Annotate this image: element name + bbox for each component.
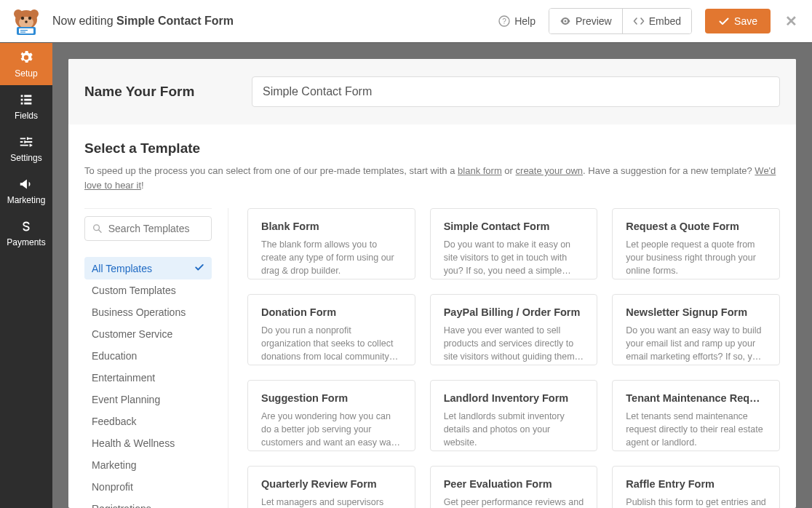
nav-label-settings: Settings [10,153,41,163]
desc-mid: . Have a suggestion for a new template? [583,165,755,176]
card-title: Raffle Entry Form [626,478,766,490]
top-header: Now editing Simple Contact Form ? Help P… [0,0,812,43]
card-title: Donation Form [261,306,402,318]
svg-point-4 [21,17,24,20]
embed-button[interactable]: Embed [622,9,691,33]
template-card-peer[interactable]: Peer Evaluation Form Get peer performanc… [430,466,598,508]
category-label: Marketing [92,459,136,471]
template-card-newsletter[interactable]: Newsletter Signup Form Do you want an ea… [612,294,780,365]
template-grid: Blank Form The blank form allows you to … [247,208,780,508]
category-list: All Templates Custom Templates Business … [84,257,212,508]
search-icon [92,223,103,234]
card-title: Suggestion Form [261,392,402,404]
template-card-quarterly[interactable]: Quarterly Review Form Let managers and s… [247,466,415,508]
blank-form-link[interactable]: blank form [458,165,502,176]
category-customer-service[interactable]: Customer Service [84,323,212,345]
card-desc: Do you run a nonprofit organization that… [261,324,402,363]
template-card-landlord[interactable]: Landlord Inventory Form Let landlords su… [430,380,598,451]
sidebar-item-payments[interactable]: Payments [0,212,52,254]
nav-label-payments: Payments [7,237,45,247]
save-button[interactable]: Save [705,9,771,33]
category-label: Business Operations [92,306,186,318]
form-name-input[interactable] [252,76,780,107]
main-area: Name Your Form Select a Template To spee… [52,43,812,508]
category-label: Nonprofit [92,481,133,493]
template-body: All Templates Custom Templates Business … [68,208,796,508]
template-card-simple-contact[interactable]: Simple Contact Form Do you want to make … [430,208,598,279]
category-health[interactable]: Health & Wellness [84,432,212,454]
category-label: Custom Templates [92,285,176,296]
category-nonprofit[interactable]: Nonprofit [84,476,212,498]
category-label: Registrations [92,503,151,508]
card-desc: Have you ever wanted to sell products an… [444,324,584,363]
header-right: ? Help Preview Embed Save ✕ [498,8,812,34]
svg-line-15 [99,230,101,232]
category-label: Event Planning [92,394,160,405]
category-custom[interactable]: Custom Templates [84,279,212,301]
card-desc: Do you want an easy way to build your em… [626,324,766,363]
help-label: Help [514,15,536,27]
template-card-blank[interactable]: Blank Form The blank form allows you to … [247,208,415,279]
embed-label: Embed [649,15,681,27]
category-event-planning[interactable]: Event Planning [84,389,212,410]
category-business[interactable]: Business Operations [84,301,212,323]
select-template-desc: To speed up the process you can select f… [84,164,780,192]
card-title: Peer Evaluation Form [444,478,584,490]
category-all-templates[interactable]: All Templates [84,257,212,279]
eye-icon [560,15,571,27]
template-card-paypal[interactable]: PayPal Billing / Order Form Have you eve… [430,294,598,365]
card-title: Newsletter Signup Form [626,306,766,318]
template-card-request-quote[interactable]: Request a Quote Form Let people request … [612,208,780,279]
save-label: Save [734,15,757,27]
desc-pre: To speed up the process you can select f… [84,165,458,176]
category-label: Entertainment [92,372,155,384]
category-registrations[interactable]: Registrations [84,498,212,508]
card-title: Tenant Maintenance Request F... [626,392,766,404]
sidebar-item-fields[interactable]: Fields [0,85,52,127]
svg-point-6 [25,20,28,23]
list-icon [18,92,34,108]
category-label: Health & Wellness [92,437,175,449]
template-card-suggestion[interactable]: Suggestion Form Are you wondering how yo… [247,380,415,451]
sliders-icon [18,134,34,150]
nav-label-setup: Setup [15,68,37,79]
editing-label: Now editing Simple Contact Form [52,15,234,28]
help-icon: ? [498,15,510,27]
sidebar-nav: Setup Fields Settings Marketing Payments [0,43,52,508]
preview-button[interactable]: Preview [549,9,622,33]
search-templates-input[interactable] [108,223,204,234]
category-marketing[interactable]: Marketing [84,454,212,476]
card-title: PayPal Billing / Order Form [444,306,584,318]
search-wrap[interactable] [84,216,212,241]
card-desc: Publish this form to get entries and [626,496,766,508]
category-education[interactable]: Education [84,345,212,367]
template-card-donation[interactable]: Donation Form Do you run a nonprofit org… [247,294,415,365]
setup-panel: Name Your Form Select a Template To spee… [68,59,796,508]
preview-label: Preview [576,15,612,27]
help-link[interactable]: ? Help [498,15,536,27]
filter-divider [84,208,212,209]
card-desc: Let people request a quote from your bus… [626,238,766,277]
megaphone-icon [18,176,34,192]
bear-logo-icon [9,7,43,36]
category-feedback[interactable]: Feedback [84,410,212,432]
template-card-raffle[interactable]: Raffle Entry Form Publish this form to g… [612,466,780,508]
category-label: Customer Service [92,328,172,340]
category-entertainment[interactable]: Entertainment [84,367,212,389]
svg-text:?: ? [502,17,506,25]
sidebar-item-setup[interactable]: Setup [0,43,52,85]
check-icon [718,15,730,27]
card-title: Quarterly Review Form [261,478,402,490]
sidebar-item-settings[interactable]: Settings [0,127,52,170]
template-card-tenant[interactable]: Tenant Maintenance Request F... Let tena… [612,380,780,451]
card-desc: Are you wondering how you can do a bette… [261,410,402,449]
close-icon[interactable]: ✕ [784,12,799,30]
editing-form-name: Simple Contact Form [116,15,234,27]
gear-icon [18,49,34,66]
create-own-link[interactable]: create your own [516,165,584,176]
card-title: Simple Contact Form [444,221,584,232]
sidebar-item-marketing[interactable]: Marketing [0,170,52,212]
svg-point-5 [28,17,31,20]
svg-rect-9 [20,30,28,31]
category-label: Feedback [92,416,136,427]
